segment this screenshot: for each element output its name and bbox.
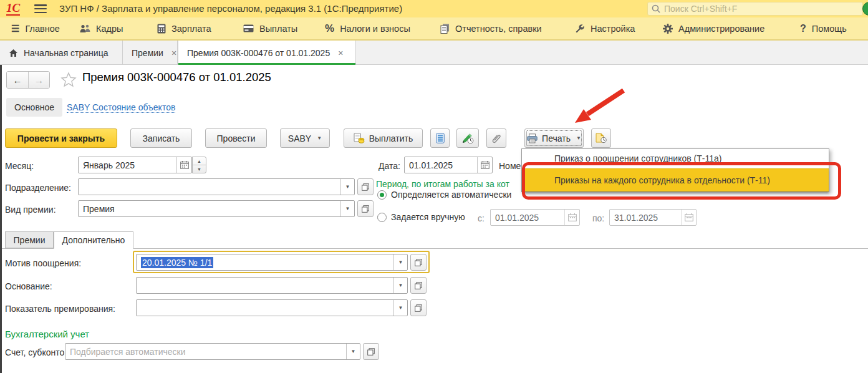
panel-splitter[interactable]	[0, 65, 2, 373]
menu-label: Настройка	[591, 24, 635, 34]
close-icon[interactable]: ×	[171, 48, 176, 58]
chevron-down-icon[interactable]: ▼	[340, 201, 354, 216]
chevron-down-icon[interactable]: ▼	[340, 179, 354, 195]
menu-label: Главное	[25, 24, 59, 34]
motive-field[interactable]: 20.01.2025 № 1/1 ▼	[136, 254, 408, 271]
period-from-field[interactable]: 01.01.2025	[490, 209, 580, 226]
pay-button[interactable]: Выплатить	[344, 128, 423, 148]
period-from-value: 01.01.2025	[491, 210, 564, 225]
page-title: Премия 003К-000476 от 01.01.2025	[82, 70, 271, 84]
edit-schedule-button[interactable]	[456, 128, 479, 148]
card-icon	[243, 24, 254, 32]
date-value: 01.01.2025	[405, 157, 477, 173]
basis-field[interactable]: ▼	[136, 277, 408, 294]
menu-item-pomosch[interactable]: ? Помощь	[800, 17, 847, 39]
menu-label: Администрирование	[678, 24, 764, 34]
calendar-icon[interactable]	[681, 210, 696, 225]
close-icon[interactable]: ×	[338, 48, 343, 58]
global-search[interactable]	[647, 2, 863, 16]
nav-link-osnovnoe[interactable]: Основное	[6, 98, 62, 117]
button-label: Провести и закрыть	[17, 133, 105, 143]
period-to-field[interactable]: 31.01.2025	[609, 209, 697, 226]
department-field[interactable]: ▼	[78, 178, 355, 195]
radio-auto-period[interactable]	[377, 190, 387, 200]
open-icon	[415, 304, 422, 312]
department-open-button[interactable]	[357, 178, 374, 195]
menu-item-nastroika[interactable]: Настройка	[575, 17, 635, 39]
post-button[interactable]: Провести	[205, 128, 267, 148]
main-menu-icon[interactable]	[34, 4, 47, 13]
month-label: Месяц:	[5, 161, 34, 171]
account-open-button[interactable]	[363, 343, 379, 360]
register-records-button[interactable]	[430, 128, 450, 148]
bonus-type-field[interactable]: Премия ▼	[78, 200, 355, 217]
nav-link-saby[interactable]: SABY Состояние объектов	[67, 102, 175, 113]
radio-manual-period[interactable]	[377, 213, 387, 222]
reports-icon	[440, 24, 450, 34]
print-dropdown-menu: Приказ о поощрении сотрудников (Т-11а) П…	[521, 148, 829, 192]
print-menu-button[interactable]: Печать ▼	[524, 128, 584, 148]
indicator-open-button[interactable]	[410, 299, 427, 316]
button-label: SABY	[288, 133, 311, 143]
radio-auto-label: Определяется автоматически	[391, 190, 511, 200]
menu-item-nalogi[interactable]: % Налоги и взносы	[325, 17, 410, 39]
chevron-down-icon[interactable]: ▼	[393, 300, 407, 316]
menu-item-otchetnost[interactable]: Отчетность, справки	[440, 17, 542, 39]
menu-item-glavnoe[interactable]: ☰ Главное	[11, 17, 60, 39]
spin-down-icon[interactable]: ▼	[193, 165, 206, 173]
search-input[interactable]	[664, 4, 859, 14]
history-nav-group: ← →	[6, 71, 50, 89]
chevron-down-icon[interactable]: ▼	[346, 344, 360, 359]
window-tab-bar: Начальная страница Премии × Премия 003К-…	[0, 41, 868, 65]
menu-item-orders-per-employee-t11[interactable]: Приказы на каждого сотрудника в отдельно…	[522, 168, 829, 191]
sections-icon: ☰	[11, 23, 19, 34]
department-value	[79, 179, 340, 195]
forward-button[interactable]: →	[28, 72, 49, 88]
bonus-type-open-button[interactable]	[357, 200, 374, 217]
calculator-icon	[157, 24, 166, 34]
menu-label: Зарплата	[171, 24, 211, 34]
list-icon	[436, 133, 445, 143]
attachments-button[interactable]	[486, 128, 506, 148]
menu-label: Отчетность, справки	[455, 24, 542, 34]
menu-item-administrirovanie[interactable]: Администрирование	[663, 17, 764, 39]
menu-item-kadry[interactable]: Кадры	[80, 17, 123, 39]
user-avatar[interactable]	[862, 2, 868, 16]
date-field[interactable]: 01.01.2025	[404, 157, 493, 173]
document-schedule-button[interactable]	[591, 128, 611, 148]
motive-open-button[interactable]	[410, 254, 427, 271]
chevron-down-icon[interactable]: ▼	[393, 278, 407, 293]
search-icon	[652, 4, 660, 13]
people-icon	[80, 24, 90, 33]
tab-premii[interactable]: Премии ×	[123, 41, 178, 65]
menu-item-order-t11a[interactable]: Приказ о поощрении сотрудников (Т-11а)	[522, 149, 829, 168]
favorite-star-icon[interactable]	[60, 72, 77, 87]
button-label: Провести	[217, 133, 256, 143]
calendar-icon[interactable]	[176, 157, 191, 173]
calendar-icon[interactable]	[564, 210, 579, 225]
menu-item-zarplata[interactable]: Зарплата	[157, 17, 211, 39]
menu-item-vyplaty[interactable]: Выплаты	[243, 17, 297, 39]
back-button[interactable]: ←	[7, 72, 28, 88]
tab-label: Дополнительно	[62, 235, 125, 245]
month-field[interactable]: Январь 2025	[78, 157, 192, 173]
tab-premiya-document[interactable]: Премия 003К-000476 от 01.01.2025 ×	[178, 41, 356, 65]
menu-label: Кадры	[96, 24, 123, 34]
spin-up-icon[interactable]: ▲	[193, 157, 206, 165]
annotation-red-arrow	[561, 85, 636, 130]
post-and-close-button[interactable]: Провести и закрыть	[5, 128, 117, 148]
save-button[interactable]: Записать	[130, 128, 192, 148]
month-stepper[interactable]: ▲ ▼	[192, 157, 206, 173]
indicator-field[interactable]: ▼	[136, 299, 408, 316]
tab-bonuses[interactable]: Премии	[5, 231, 54, 248]
account-field[interactable]: Подбирается автоматически ▼	[65, 343, 360, 360]
button-label: Выплатить	[369, 133, 413, 143]
tab-home[interactable]: Начальная страница	[0, 41, 123, 65]
chevron-down-icon[interactable]: ▼	[393, 254, 407, 270]
saby-menu-button[interactable]: SABY▼	[280, 128, 330, 148]
basis-open-button[interactable]	[410, 277, 427, 294]
month-value: Январь 2025	[79, 157, 176, 173]
tab-additional[interactable]: Дополнительно	[54, 231, 133, 249]
calendar-icon[interactable]	[477, 157, 492, 173]
basis-label: Основание:	[5, 281, 52, 291]
